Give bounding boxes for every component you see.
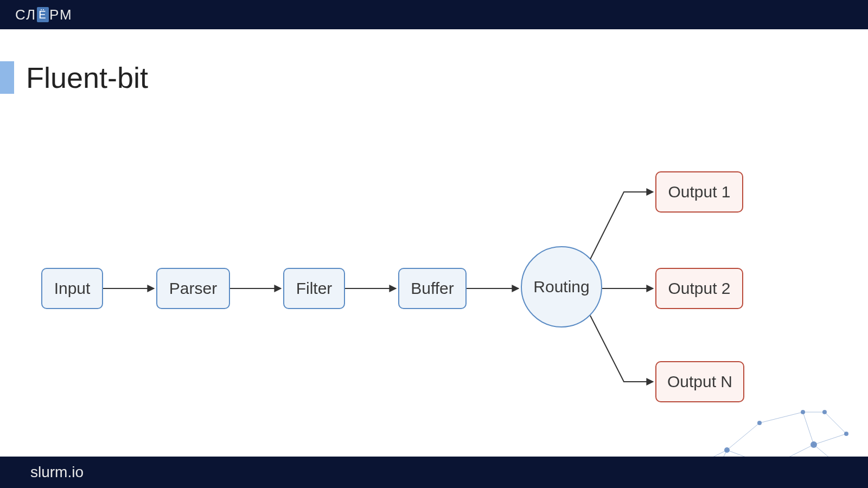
footer-bar: slurm.io	[0, 457, 868, 488]
footer-url: slurm.io	[30, 464, 84, 481]
diagram-arrows	[0, 0, 868, 488]
